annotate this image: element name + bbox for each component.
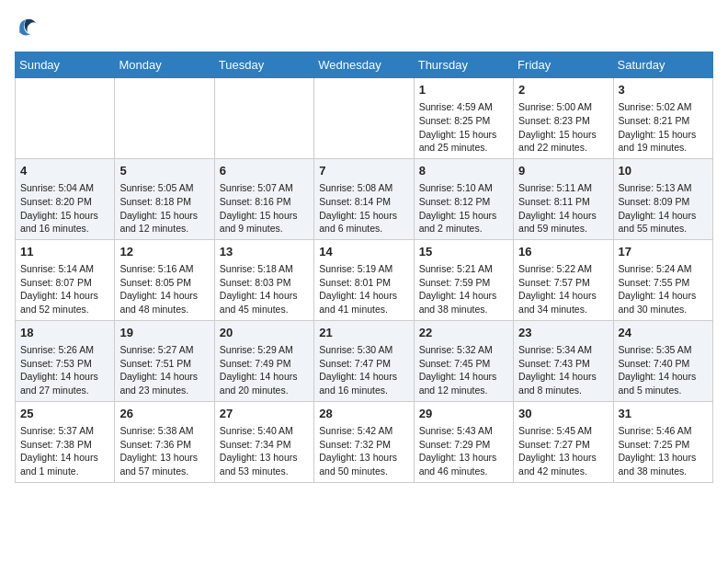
calendar-cell: 7Sunrise: 5:08 AMSunset: 8:14 PMDaylight… [314, 158, 414, 239]
day-detail: Daylight: 14 hours [518, 209, 608, 223]
logo-icon [15, 15, 40, 40]
day-number: 21 [319, 325, 408, 341]
calendar-week-row: 4Sunrise: 5:04 AMSunset: 8:20 PMDaylight… [16, 158, 713, 239]
day-detail: Sunrise: 5:13 AM [619, 181, 708, 195]
day-number: 2 [518, 82, 608, 98]
day-detail: Daylight: 14 hours [419, 289, 508, 303]
calendar-cell: 3Sunrise: 5:02 AMSunset: 8:21 PMDaylight… [613, 78, 712, 159]
calendar-cell: 21Sunrise: 5:30 AMSunset: 7:47 PMDayligh… [314, 320, 414, 401]
calendar-cell: 14Sunrise: 5:19 AMSunset: 8:01 PMDayligh… [314, 239, 414, 320]
calendar-cell: 13Sunrise: 5:18 AMSunset: 8:03 PMDayligh… [214, 239, 313, 320]
day-detail: Daylight: 14 hours [619, 209, 708, 223]
day-number: 12 [119, 244, 209, 260]
day-number: 18 [20, 325, 109, 341]
day-detail: Sunrise: 5:16 AM [119, 262, 209, 276]
calendar-cell [314, 78, 414, 159]
day-detail: Sunset: 7:55 PM [619, 276, 708, 290]
day-detail: and 42 minutes. [518, 465, 608, 478]
day-detail: Daylight: 15 hours [319, 209, 408, 223]
day-detail: and 46 minutes. [419, 465, 508, 478]
day-detail: and 59 minutes. [518, 222, 608, 236]
day-detail: and 2 minutes. [419, 222, 508, 236]
day-detail: and 16 minutes. [319, 384, 408, 397]
logo [15, 15, 44, 40]
day-of-week-header: Wednesday [314, 52, 414, 78]
day-number: 15 [419, 244, 508, 260]
calendar-cell [115, 78, 214, 159]
day-detail: and 16 minutes. [20, 222, 109, 236]
day-detail: Sunrise: 5:40 AM [220, 424, 309, 438]
day-detail: Sunset: 8:01 PM [319, 276, 408, 290]
calendar-cell: 24Sunrise: 5:35 AMSunset: 7:40 PMDayligh… [613, 320, 712, 401]
day-detail: and 1 minute. [20, 465, 109, 478]
day-number: 11 [20, 244, 109, 260]
day-detail: Sunrise: 5:05 AM [119, 181, 209, 195]
day-detail: Daylight: 14 hours [119, 370, 209, 384]
day-detail: Sunset: 7:57 PM [518, 276, 608, 290]
day-detail: Daylight: 14 hours [119, 289, 209, 303]
day-detail: Sunset: 8:03 PM [220, 276, 309, 290]
day-detail: Daylight: 13 hours [319, 451, 408, 465]
day-detail: Sunset: 7:36 PM [119, 438, 209, 452]
day-detail: and 45 minutes. [220, 303, 309, 316]
day-detail: and 41 minutes. [319, 303, 408, 316]
day-detail: Sunrise: 5:22 AM [518, 262, 608, 276]
day-number: 9 [518, 163, 608, 179]
day-detail: Sunset: 8:18 PM [119, 195, 209, 209]
day-detail: Sunrise: 5:07 AM [220, 181, 309, 195]
calendar-cell: 8Sunrise: 5:10 AMSunset: 8:12 PMDaylight… [414, 158, 513, 239]
day-detail: and 25 minutes. [419, 141, 508, 155]
day-detail: and 22 minutes. [518, 141, 608, 155]
calendar-week-row: 1Sunrise: 4:59 AMSunset: 8:25 PMDaylight… [16, 78, 713, 159]
day-detail: Sunrise: 5:34 AM [518, 343, 608, 357]
day-detail: Sunrise: 5:46 AM [619, 424, 708, 438]
day-number: 4 [20, 163, 109, 179]
day-detail: Sunset: 7:59 PM [419, 276, 508, 290]
day-detail: and 38 minutes. [619, 465, 708, 478]
day-detail: Sunrise: 5:30 AM [319, 343, 408, 357]
calendar-cell: 20Sunrise: 5:29 AMSunset: 7:49 PMDayligh… [214, 320, 313, 401]
day-detail: Sunrise: 5:26 AM [20, 343, 109, 357]
day-detail: Sunset: 8:11 PM [518, 195, 608, 209]
day-detail: Sunset: 7:38 PM [20, 438, 109, 452]
day-detail: Sunset: 8:21 PM [619, 114, 708, 128]
calendar-cell: 22Sunrise: 5:32 AMSunset: 7:45 PMDayligh… [414, 320, 513, 401]
day-number: 5 [119, 163, 209, 179]
day-detail: Sunset: 7:34 PM [220, 438, 309, 452]
calendar-cell: 15Sunrise: 5:21 AMSunset: 7:59 PMDayligh… [414, 239, 513, 320]
day-detail: and 6 minutes. [319, 222, 408, 236]
calendar-cell: 11Sunrise: 5:14 AMSunset: 8:07 PMDayligh… [16, 239, 115, 320]
day-detail: Sunset: 8:05 PM [119, 276, 209, 290]
day-of-week-header: Saturday [613, 52, 712, 78]
day-detail: Daylight: 14 hours [20, 370, 109, 384]
calendar-week-row: 25Sunrise: 5:37 AMSunset: 7:38 PMDayligh… [16, 401, 713, 482]
calendar-cell: 4Sunrise: 5:04 AMSunset: 8:20 PMDaylight… [16, 158, 115, 239]
day-detail: Sunset: 7:45 PM [419, 357, 508, 371]
day-detail: Sunset: 7:53 PM [20, 357, 109, 371]
calendar-header: SundayMondayTuesdayWednesdayThursdayFrid… [16, 52, 713, 78]
day-detail: Daylight: 15 hours [619, 128, 708, 142]
day-number: 16 [518, 244, 608, 260]
day-detail: Daylight: 13 hours [518, 451, 608, 465]
day-of-week-header: Friday [514, 52, 613, 78]
day-detail: and 20 minutes. [220, 384, 309, 397]
day-detail: Daylight: 14 hours [319, 289, 408, 303]
day-detail: Sunrise: 5:10 AM [419, 181, 508, 195]
day-detail: Sunset: 7:29 PM [419, 438, 508, 452]
day-number: 7 [319, 163, 408, 179]
day-detail: and 34 minutes. [518, 303, 608, 316]
calendar-cell: 12Sunrise: 5:16 AMSunset: 8:05 PMDayligh… [115, 239, 214, 320]
day-detail: Daylight: 13 hours [419, 451, 508, 465]
day-detail: Daylight: 15 hours [518, 128, 608, 142]
day-detail: Daylight: 14 hours [619, 289, 708, 303]
calendar-table: SundayMondayTuesdayWednesdayThursdayFrid… [15, 52, 713, 483]
day-number: 19 [119, 325, 209, 341]
day-detail: Sunrise: 5:43 AM [419, 424, 508, 438]
day-detail: Sunset: 7:43 PM [518, 357, 608, 371]
day-of-week-header: Sunday [16, 52, 115, 78]
day-detail: and 27 minutes. [20, 384, 109, 397]
day-detail: Sunrise: 5:00 AM [518, 100, 608, 114]
day-detail: and 12 minutes. [419, 384, 508, 397]
day-of-week-header: Monday [115, 52, 214, 78]
day-detail: Sunset: 7:25 PM [619, 438, 708, 452]
